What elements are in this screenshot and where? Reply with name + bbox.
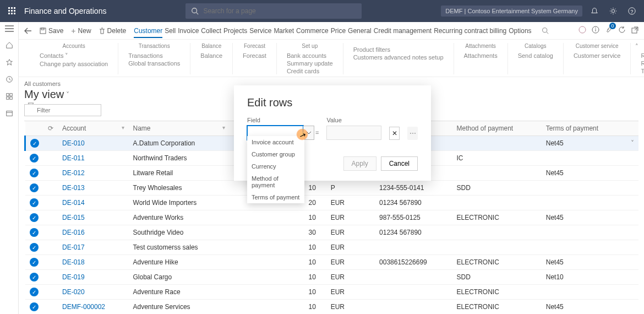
delete-button[interactable]: Delete xyxy=(99,27,127,35)
account-link[interactable]: DE-020 xyxy=(62,288,85,296)
row-select-checkbox[interactable]: ✓ xyxy=(30,288,39,296)
more-options-button[interactable]: ⋯ xyxy=(407,127,418,140)
row-select-checkbox[interactable]: ✓ xyxy=(30,273,39,281)
ribbon-item[interactable]: Contacts ˅ xyxy=(40,52,108,59)
refresh-icon[interactable] xyxy=(618,26,626,35)
search-commands-icon[interactable] xyxy=(542,27,549,34)
tab-commerce[interactable]: Commerce xyxy=(296,27,329,35)
tab-recurring-contract-billing[interactable]: Recurring contract billing xyxy=(434,27,506,35)
dropdown-option[interactable]: Currency xyxy=(247,160,304,172)
remove-row-button[interactable]: ✕ xyxy=(389,127,400,140)
tab-collect[interactable]: Collect xyxy=(201,27,221,35)
account-link[interactable]: DE-019 xyxy=(62,273,85,281)
ribbon-item[interactable]: Summary update xyxy=(287,60,333,67)
row-select-checkbox[interactable]: ✓ xyxy=(30,258,39,267)
account-link[interactable]: DE-010 xyxy=(62,139,85,147)
tab-market[interactable]: Market xyxy=(274,27,294,35)
popout-icon[interactable] xyxy=(631,26,638,35)
settings-icon[interactable] xyxy=(607,7,620,15)
value-input[interactable] xyxy=(326,126,381,140)
account-link[interactable]: DE-015 xyxy=(62,214,85,221)
dropdown-option[interactable]: Terms of payment xyxy=(247,191,304,203)
dropdown-option[interactable]: Customer group xyxy=(247,148,304,160)
column-header[interactable]: ⟳ xyxy=(43,121,58,136)
table-row[interactable]: ✓DE-020Adventure Race10EURELECTRONIC xyxy=(25,285,639,300)
ribbon-item[interactable]: Balance xyxy=(200,52,222,59)
notifications-icon[interactable] xyxy=(588,7,601,15)
workspaces-icon[interactable] xyxy=(6,110,13,119)
column-header[interactable] xyxy=(625,121,638,136)
row-select-checkbox[interactable]: ✓ xyxy=(30,154,39,163)
chevron-down-icon[interactable]: ˅ xyxy=(631,139,634,147)
ribbon-item[interactable]: Tax exempt number search xyxy=(641,68,644,74)
table-row[interactable]: ✓DE-013Trey Wholesales10P1234-555-0141SD… xyxy=(25,181,639,196)
ribbon-item[interactable]: Registration IDs xyxy=(641,52,644,59)
collapse-ribbon-icon[interactable]: ˄ xyxy=(635,43,638,50)
global-search[interactable] xyxy=(185,3,362,19)
info-icon[interactable] xyxy=(592,26,599,35)
row-select-checkbox[interactable]: ✓ xyxy=(30,302,39,311)
ribbon-item[interactable]: Change party association xyxy=(40,61,108,67)
ribbon-item[interactable]: Product filters xyxy=(353,46,444,53)
tab-customer[interactable]: Customer xyxy=(134,27,162,38)
ribbon-item[interactable]: Forecast xyxy=(243,52,266,59)
column-header[interactable]: Method of payment xyxy=(452,121,541,136)
row-select-checkbox[interactable]: ✓ xyxy=(30,228,39,237)
account-link[interactable]: DE-014 xyxy=(62,199,85,207)
apply-button[interactable]: Apply xyxy=(343,156,376,171)
row-select-checkbox[interactable]: ✓ xyxy=(30,243,39,252)
modules-icon[interactable] xyxy=(6,93,13,102)
table-row[interactable]: ✓DE-019Global Cargo10EURSDDNet10 xyxy=(25,270,639,285)
column-header[interactable] xyxy=(25,121,44,136)
tab-projects[interactable]: Projects xyxy=(223,27,247,35)
table-row[interactable]: ✓DE-018Adventure Hike10EUR0038615226699E… xyxy=(25,255,639,270)
account-link[interactable]: DE-011 xyxy=(62,154,85,162)
table-row[interactable]: ✓DE-016Southridge Video30EUR01234 567890 xyxy=(25,225,639,240)
account-link[interactable]: DE-013 xyxy=(62,184,85,192)
ribbon-item[interactable]: Global transactions xyxy=(128,60,180,67)
cancel-button[interactable]: Cancel xyxy=(381,156,418,171)
table-row[interactable]: ✓DE-015Adventure Works10EUR987-555-0125E… xyxy=(25,210,639,225)
filter-column-icon[interactable]: ▾ xyxy=(222,124,225,131)
column-header[interactable]: Terms of payment xyxy=(542,121,625,136)
global-search-input[interactable] xyxy=(203,7,356,15)
account-link[interactable]: DE-017 xyxy=(62,243,85,251)
ribbon-item[interactable]: Registration ID search xyxy=(641,60,644,67)
tab-sell[interactable]: Sell xyxy=(165,27,176,35)
tab-service[interactable]: Service xyxy=(249,27,271,35)
account-link[interactable]: DE-018 xyxy=(62,258,85,266)
favorite-icon[interactable] xyxy=(6,58,13,68)
table-row[interactable]: ✓DEMF-000002Adventure Services10EURELECT… xyxy=(25,300,639,315)
attachments-count-icon[interactable] xyxy=(605,26,613,35)
ribbon-item[interactable]: Customers advanced notes setup xyxy=(353,54,444,61)
ribbon-item[interactable]: Attachments xyxy=(464,52,498,59)
help-icon[interactable]: ? xyxy=(625,7,638,15)
dropdown-option[interactable]: Invoice account xyxy=(247,136,304,148)
dropdown-option[interactable]: Method of payment xyxy=(247,172,304,191)
row-select-checkbox[interactable]: ✓ xyxy=(30,198,39,207)
row-select-checkbox[interactable]: ✓ xyxy=(30,213,39,222)
app-launcher-icon[interactable] xyxy=(6,7,19,15)
hamburger-icon[interactable] xyxy=(5,25,14,34)
tab-credit-management[interactable]: Credit management xyxy=(374,27,432,35)
tab-price[interactable]: Price xyxy=(331,27,346,35)
table-row[interactable]: ✓DE-017Test customerss sales10EUR xyxy=(25,240,639,255)
copilot-icon[interactable] xyxy=(578,26,586,35)
ribbon-item[interactable]: Bank accounts xyxy=(287,52,333,59)
row-select-checkbox[interactable]: ✓ xyxy=(30,169,39,177)
recent-icon[interactable] xyxy=(6,75,13,85)
ribbon-item[interactable]: Customer service xyxy=(574,52,621,59)
row-select-checkbox[interactable]: ✓ xyxy=(30,183,39,192)
field-dropdown-button[interactable] xyxy=(303,126,314,140)
row-select-checkbox[interactable]: ✓ xyxy=(30,139,39,148)
tab-general[interactable]: General xyxy=(348,27,372,35)
ribbon-item[interactable]: Credit cards xyxy=(287,68,333,74)
home-icon[interactable] xyxy=(6,41,13,51)
new-button[interactable]: +New xyxy=(71,26,91,35)
account-link[interactable]: DE-016 xyxy=(62,229,85,236)
ribbon-item[interactable]: Transactions xyxy=(128,52,180,59)
tab-invoice[interactable]: Invoice xyxy=(178,27,199,35)
refresh-column-icon[interactable]: ⟳ xyxy=(48,124,53,132)
back-button[interactable] xyxy=(24,28,32,34)
filter-column-icon[interactable]: ▾ xyxy=(122,124,124,131)
